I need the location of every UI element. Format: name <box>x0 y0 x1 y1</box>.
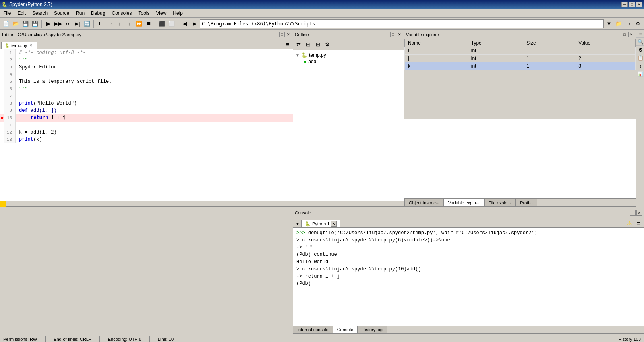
forward-button[interactable]: ▶ <box>190 19 199 28</box>
breakpoint-marker-8[interactable] <box>0 100 4 107</box>
code-editor[interactable]: 1# -*- coding: utf-8 -*-2"""3Spyder Edit… <box>0 49 293 201</box>
right-tab-2[interactable]: File explo··· <box>484 199 516 206</box>
console-bottom-tab-2[interactable]: History log <box>358 326 387 333</box>
breakpoint-marker-10[interactable]: ● <box>0 114 4 122</box>
path-input[interactable] <box>200 19 604 28</box>
console-bottom-tab-0[interactable]: Internal console <box>293 326 333 333</box>
editor-more-button[interactable]: ≡ <box>283 40 292 49</box>
menu-item-run[interactable]: Run <box>72 10 88 17</box>
console-options-button[interactable]: ≡ <box>634 218 643 227</box>
outline-close-button[interactable]: ✕ <box>397 32 402 37</box>
new-file-button[interactable]: 📄 <box>2 19 10 28</box>
outline-expand-button[interactable]: ⊞ <box>313 40 322 49</box>
breakpoint-marker-13[interactable] <box>0 136 4 143</box>
re-run-button[interactable]: 🔄 <box>83 19 91 28</box>
rs-icon-4[interactable]: 📋 <box>636 54 644 62</box>
breakpoint-marker-1[interactable] <box>0 49 4 56</box>
right-tab-1[interactable]: Variable explo··· <box>444 199 484 206</box>
path-go-button[interactable]: → <box>624 19 633 28</box>
menu-item-file[interactable]: File <box>0 10 14 17</box>
rs-icon-2[interactable]: 🔍 <box>636 38 644 46</box>
outline-undock-button[interactable]: □ <box>390 32 396 37</box>
menu-item-debug[interactable]: Debug <box>88 10 108 17</box>
console-warning-button[interactable]: ⚠ <box>625 218 634 227</box>
open-file-button[interactable]: 📂 <box>11 19 20 28</box>
var-close-button[interactable]: ✕ <box>628 32 634 37</box>
outline-func-label: add <box>308 59 316 64</box>
close-button[interactable]: ✕ <box>636 2 642 7</box>
path-options-button[interactable]: ⚙ <box>634 19 642 28</box>
var-row-k[interactable]: kint13 <box>405 62 636 70</box>
outline-scrollbar[interactable] <box>293 201 404 206</box>
run-button[interactable]: ▶ <box>44 19 53 28</box>
line-number-6: 6 <box>4 85 16 93</box>
run-selection-button[interactable]: ▶| <box>73 19 82 28</box>
var-row-j[interactable]: jint12 <box>405 55 636 62</box>
path-dropdown-button[interactable]: ▼ <box>605 19 613 28</box>
console-tab-close-button[interactable]: ✕ <box>331 221 337 227</box>
run-cell-button[interactable]: ▶▶ <box>54 19 62 28</box>
maximize-button[interactable]: □ <box>629 2 635 7</box>
editor-close-button[interactable]: ✕ <box>286 32 291 37</box>
breakpoint-marker-2[interactable] <box>0 56 4 64</box>
code-line-11: 11 <box>0 122 293 129</box>
outline-sync-button[interactable]: ⇄ <box>294 40 303 49</box>
debug-button[interactable]: ⏸ <box>96 19 105 28</box>
console-close-button[interactable]: ✕ <box>636 210 642 216</box>
toggle-breakpoint-button[interactable]: ⬛ <box>157 19 166 28</box>
breakpoint-marker-7[interactable] <box>0 93 4 100</box>
breakpoint-marker-12[interactable] <box>0 129 4 136</box>
breakpoint-marker-5[interactable] <box>0 78 4 85</box>
outline-options-button[interactable]: ⚙ <box>323 40 332 49</box>
rs-icon-3[interactable]: ⚙ <box>636 46 644 54</box>
menu-item-tools[interactable]: Tools <box>135 10 153 17</box>
menu-item-edit[interactable]: Edit <box>14 10 29 17</box>
breakpoint-marker-4[interactable] <box>0 71 4 78</box>
save-file-button[interactable]: 💾 <box>21 19 30 28</box>
menu-item-view[interactable]: View <box>153 10 170 17</box>
minimize-button[interactable]: ─ <box>621 2 628 7</box>
menu-item-search[interactable]: Search <box>29 10 51 17</box>
line-content-8: print("Hello World") <box>16 100 293 107</box>
breakpoint-marker-9[interactable] <box>0 107 4 114</box>
outline-file-node[interactable]: ▼ 🐍 temp.py <box>295 52 402 58</box>
line-content-9: def add(i, j): <box>16 107 293 114</box>
outline-collapse-button[interactable]: ⊟ <box>304 40 313 49</box>
tab-close-button[interactable]: ✕ <box>29 43 33 48</box>
path-open-button[interactable]: 📁 <box>614 19 623 28</box>
right-tab-3[interactable]: Profi··· <box>516 199 537 206</box>
run-cell-advance-button[interactable]: ⏭ <box>63 19 72 28</box>
var-undock-button[interactable]: □ <box>622 32 627 37</box>
breakpoint-marker-6[interactable] <box>0 85 4 93</box>
step-button[interactable]: → <box>106 19 114 28</box>
var-row-i[interactable]: iint11 <box>405 47 636 55</box>
rs-icon-5[interactable]: ↕ <box>636 62 644 70</box>
menu-item-help[interactable]: Help <box>170 10 186 17</box>
editor-panel: Editor - C:\Users\liujac\.spyder2\temp.p… <box>0 30 293 207</box>
rs-icon-6[interactable]: 📊 <box>636 70 644 78</box>
code-line-3: 3Spyder Editor <box>0 64 293 71</box>
line-number-9: 9 <box>4 107 16 114</box>
outline-func-node[interactable]: ● add <box>303 58 402 65</box>
console-bottom-tab-1[interactable]: Console <box>333 326 358 333</box>
set-clear-breakpoints-button[interactable]: ⬜ <box>167 19 176 28</box>
rs-icon-1[interactable]: ≡ <box>636 30 644 38</box>
right-tab-0[interactable]: Object inspec··· <box>404 199 444 206</box>
editor-undock-button[interactable]: □ <box>279 32 285 37</box>
menu-item-consoles[interactable]: Consoles <box>108 10 135 17</box>
back-button[interactable]: ◀ <box>180 19 189 28</box>
breakpoint-marker-3[interactable] <box>0 64 4 71</box>
console-new-button[interactable]: ▼ <box>294 220 301 227</box>
breakpoint-marker-11[interactable] <box>0 122 4 129</box>
step-into-button[interactable]: ↓ <box>115 19 124 28</box>
editor-tab-temp-py[interactable]: 🐍 temp.py ✕ <box>1 42 37 49</box>
console-undock-button[interactable]: □ <box>630 210 636 216</box>
continue-button[interactable]: ⏩ <box>135 19 143 28</box>
console-panel: Console □ ✕ ▼ 🐍 Python 1 ✕ ⚠ ≡ >>> debug… <box>293 208 644 334</box>
save-all-button[interactable]: 💾 <box>31 19 39 28</box>
console-content[interactable]: >>> debugfile('C:/Users/liujac/.spyder2/… <box>293 228 644 326</box>
step-out-button[interactable]: ↑ <box>125 19 134 28</box>
stop-button[interactable]: ⏹ <box>144 19 153 28</box>
menu-item-source[interactable]: Source <box>51 10 72 17</box>
console-tab-python1[interactable]: 🐍 Python 1 ✕ <box>301 220 340 227</box>
